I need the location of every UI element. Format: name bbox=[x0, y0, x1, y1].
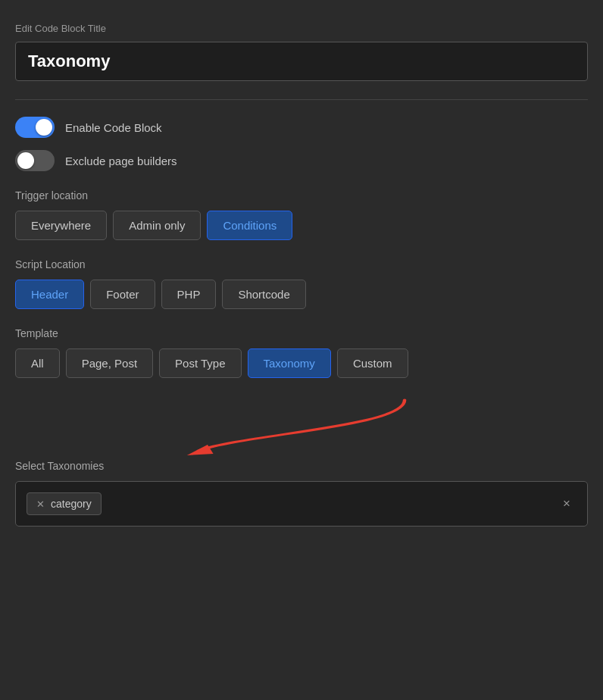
tags-area: ✕ category bbox=[27, 492, 102, 515]
trigger-admin-only-button[interactable]: Admin only bbox=[113, 211, 201, 240]
title-section-label: Edit Code Block Title bbox=[15, 23, 588, 34]
tag-category-remove[interactable]: ✕ bbox=[36, 498, 45, 510]
clear-all-button[interactable]: × bbox=[557, 493, 576, 514]
tag-category[interactable]: ✕ category bbox=[27, 492, 102, 515]
tag-category-label: category bbox=[51, 498, 92, 510]
toggle-row-enable: Enable Code Block bbox=[15, 117, 588, 138]
panel: Edit Code Block Title Enable Code Block … bbox=[15, 23, 588, 545]
script-location-section: Script Location Header Footer PHP Shortc… bbox=[15, 258, 588, 309]
select-taxonomies-section: Select Taxonomies ✕ category × bbox=[15, 460, 588, 527]
script-footer-button[interactable]: Footer bbox=[90, 280, 155, 309]
toggles-section: Enable Code Block Exclude page builders bbox=[15, 117, 588, 171]
title-section: Edit Code Block Title bbox=[15, 23, 588, 81]
script-shortcode-button[interactable]: Shortcode bbox=[222, 280, 305, 309]
divider-1 bbox=[15, 99, 588, 100]
enable-toggle-label: Enable Code Block bbox=[65, 121, 162, 134]
script-location-title: Script Location bbox=[15, 258, 588, 270]
template-section: Template All Page, Post Post Type Taxono… bbox=[15, 327, 588, 378]
template-buttons: All Page, Post Post Type Taxonomy Custom bbox=[15, 348, 588, 378]
template-custom-button[interactable]: Custom bbox=[337, 348, 408, 378]
trigger-everywhere-button[interactable]: Everywhere bbox=[15, 211, 107, 240]
template-title: Template bbox=[15, 327, 588, 339]
script-php-button[interactable]: PHP bbox=[161, 280, 217, 309]
enable-toggle[interactable] bbox=[15, 117, 55, 138]
template-all-button[interactable]: All bbox=[15, 348, 60, 378]
trigger-conditions-button[interactable]: Conditions bbox=[207, 211, 292, 240]
template-page-post-button[interactable]: Page, Post bbox=[66, 348, 153, 378]
script-header-button[interactable]: Header bbox=[15, 280, 84, 309]
template-post-type-button[interactable]: Post Type bbox=[159, 348, 241, 378]
exclude-toggle-label: Exclude page builders bbox=[65, 155, 177, 167]
select-taxonomies-box[interactable]: ✕ category × bbox=[15, 481, 588, 527]
trigger-location-buttons: Everywhere Admin only Conditions bbox=[15, 211, 588, 240]
trigger-location-section: Trigger location Everywhere Admin only C… bbox=[15, 189, 588, 240]
trigger-location-title: Trigger location bbox=[15, 189, 588, 202]
toggle-row-exclude: Exclude page builders bbox=[15, 150, 588, 171]
annotation-area bbox=[15, 396, 588, 460]
title-input[interactable] bbox=[15, 42, 588, 81]
arrow-annotation bbox=[15, 396, 588, 457]
enable-toggle-thumb bbox=[36, 119, 52, 136]
exclude-toggle-thumb bbox=[17, 152, 34, 169]
script-location-buttons: Header Footer PHP Shortcode bbox=[15, 280, 588, 309]
svg-marker-0 bbox=[187, 445, 214, 455]
exclude-toggle[interactable] bbox=[15, 150, 55, 171]
select-taxonomies-title: Select Taxonomies bbox=[15, 460, 588, 472]
template-taxonomy-button[interactable]: Taxonomy bbox=[248, 348, 331, 378]
